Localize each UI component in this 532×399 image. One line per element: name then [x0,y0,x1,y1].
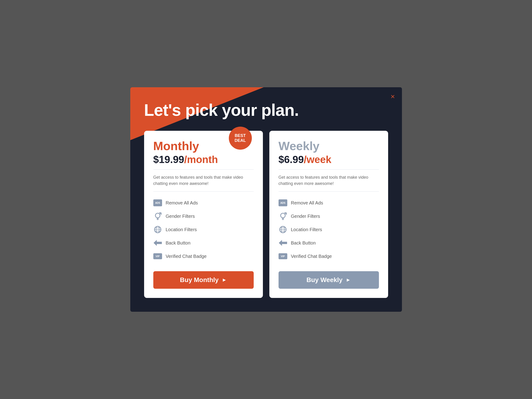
feature-label: Location Filters [291,227,322,232]
list-item: Location Filters [153,223,254,236]
location-icon [153,225,162,234]
vip-icon: VIP [279,252,287,261]
vip-icon: VIP [153,252,162,261]
pricing-modal: × Let's pick your plan. BEST DEAL Monthl… [130,87,402,312]
feature-label: Remove All Ads [291,200,323,206]
svg-marker-23 [279,240,287,246]
modal-header: Let's pick your plan. [144,87,388,131]
weekly-features-list: ADS Remove All Ads [279,196,379,263]
arrow-icon: ► [222,277,227,283]
svg-point-0 [155,213,160,218]
list-item: VIP Verified Chat Badge [153,250,254,263]
monthly-divider-1 [153,170,254,170]
weekly-price: $6.99/week [279,154,379,165]
list-item: ADS Remove All Ads [279,196,379,209]
feature-label: Gender Filters [166,214,195,219]
ads-icon: ADS [279,198,287,207]
page-title: Let's pick your plan. [144,101,388,119]
feature-label: Back Button [166,240,191,246]
buy-weekly-button[interactable]: Buy Weekly ► [279,271,379,289]
weekly-divider-1 [279,170,379,170]
gender-icon [153,212,162,221]
best-deal-badge: BEST DEAL [229,127,252,150]
svg-point-12 [281,213,285,218]
location-icon [279,225,287,234]
weekly-plan-card: Weekly $6.99/week Get access to features… [269,131,388,298]
back-icon [279,239,287,247]
plans-container: BEST DEAL Monthly $19.99/month Get acces… [144,131,388,298]
feature-label: Back Button [291,240,316,246]
list-item: Gender Filters [153,209,254,223]
back-icon [153,239,162,247]
ads-icon: ADS [153,198,162,207]
list-item: Gender Filters [279,209,379,223]
list-item: VIP Verified Chat Badge [279,250,379,263]
monthly-description: Get access to features and tools that ma… [153,174,254,187]
feature-label: Verified Chat Badge [291,254,332,259]
monthly-price: $19.99/month [153,154,254,165]
buy-weekly-label: Buy Weekly [306,276,342,284]
monthly-plan-card: BEST DEAL Monthly $19.99/month Get acces… [144,131,263,298]
close-button[interactable]: × [391,93,395,100]
buy-monthly-label: Buy Monthly [180,276,219,284]
svg-marker-11 [153,240,162,246]
list-item: Back Button [153,236,254,250]
list-item: Back Button [279,236,379,250]
list-item: Location Filters [279,223,379,236]
feature-label: Location Filters [166,227,197,232]
weekly-plan-title: Weekly [279,139,379,153]
weekly-description: Get access to features and tools that ma… [279,174,379,187]
list-item: ADS Remove All Ads [153,196,254,209]
feature-label: Gender Filters [291,214,320,219]
buy-monthly-button[interactable]: Buy Monthly ► [153,271,254,289]
monthly-features-list: ADS Remove All Ads [153,196,254,263]
feature-label: Verified Chat Badge [166,254,207,259]
gender-icon [279,212,287,221]
arrow-icon: ► [346,277,351,283]
feature-label: Remove All Ads [166,200,198,206]
